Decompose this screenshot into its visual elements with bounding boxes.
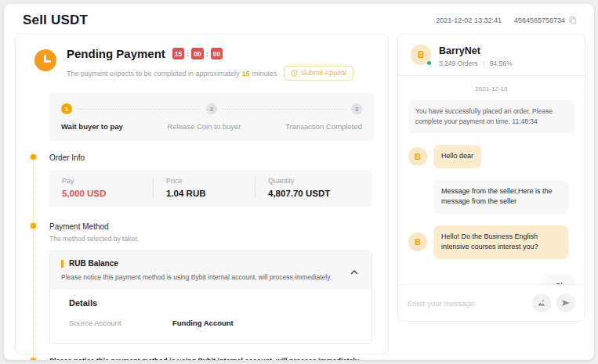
chat-header: B BarryNet 3,249 Orders 94.56% bbox=[398, 34, 585, 76]
peer-avatar-small: B bbox=[408, 232, 427, 251]
chat-input-bar bbox=[398, 284, 585, 321]
order-info-title: Order Info bbox=[49, 153, 372, 162]
timer-minutes: 00 bbox=[191, 48, 203, 59]
pay-value: 5,000 USD bbox=[62, 189, 153, 198]
method-card: RUB Balance Please notice this payment m… bbox=[49, 250, 372, 344]
system-message: You have successfully placed an order. P… bbox=[408, 100, 574, 133]
top-bar: Sell USDT 2021-12-02 13:32:41 4564565756… bbox=[4, 4, 594, 33]
minutes-highlight: 15 bbox=[242, 70, 250, 77]
pending-payment-title: Pending Payment bbox=[67, 47, 165, 60]
peer-orders: 3,249 Orders bbox=[439, 59, 478, 67]
order-timestamp: 2021-12-02 13:32:41 bbox=[436, 16, 502, 24]
order-page: Sell USDT 2021-12-02 13:32:41 4564565756… bbox=[4, 4, 594, 360]
details-title: Details bbox=[69, 298, 353, 308]
footer-note: Please notice this payment method is usi… bbox=[49, 357, 372, 360]
chat-message-row: B Hello dear bbox=[408, 145, 574, 168]
price-value: 1.04 RUB bbox=[166, 189, 255, 198]
send-icon bbox=[561, 298, 571, 308]
submit-appeal-button[interactable]: Submit Appeal bbox=[284, 66, 353, 81]
order-meta: 2021-12-02 13:32:41 4564565756734 bbox=[436, 16, 577, 24]
payment-method-section: Payment Method The method selected by ta… bbox=[49, 222, 372, 344]
seller-note-message: Message from the seller,Here is the mess… bbox=[433, 180, 568, 214]
timeline-dot bbox=[31, 358, 36, 360]
footer-note-section: Please notice this payment method is usi… bbox=[49, 357, 372, 360]
peer-stats: 3,249 Orders 94.56% bbox=[439, 59, 512, 67]
order-detail-card: Pending Payment 15 : 00 : 00 The payment… bbox=[15, 34, 389, 355]
step-connector bbox=[223, 109, 346, 110]
timeline-line bbox=[33, 163, 34, 360]
peer-message: Hello! Do the Business English intensive… bbox=[433, 225, 568, 259]
order-info-section: Order Info Pay 5,000 USD Price 1.04 RUB … bbox=[49, 153, 372, 207]
quantity-value: 4,807.70 USDT bbox=[268, 189, 372, 198]
payment-method-subtitle: The method selected by taker. bbox=[49, 235, 372, 243]
appeal-clock-icon bbox=[291, 70, 298, 77]
order-number: 4564565756734 bbox=[514, 16, 565, 24]
order-timeline: Order Info Pay 5,000 USD Price 1.04 RUB … bbox=[31, 153, 372, 360]
pending-payment-header: Pending Payment 15 : 00 : 00 The payment… bbox=[31, 47, 372, 81]
copy-icon[interactable] bbox=[569, 16, 577, 24]
peer-name: BarryNet bbox=[439, 45, 512, 56]
peer-avatar: B bbox=[411, 45, 431, 65]
order-info-panel: Pay 5,000 USD Price 1.04 RUB Quantity 4,… bbox=[49, 170, 372, 207]
payment-method-title: Payment Method bbox=[49, 222, 372, 231]
self-message: Ok bbox=[545, 275, 574, 284]
self-message-row: Ok bbox=[408, 275, 574, 284]
chat-panel: B BarryNet 3,249 Orders 94.56% 2021-12-1… bbox=[397, 34, 585, 322]
step-3-label: Transaction Completed bbox=[285, 122, 362, 131]
stats-divider bbox=[484, 60, 484, 67]
method-card-header[interactable]: RUB Balance Please notice this payment m… bbox=[50, 251, 371, 290]
step-2-circle: 2 bbox=[206, 103, 217, 114]
peer-message: Hello dear bbox=[433, 145, 481, 168]
source-account-label: Source Account bbox=[69, 319, 172, 327]
peer-rate: 94.56% bbox=[490, 59, 513, 67]
step-1-label: Wait buyer to pay bbox=[61, 122, 123, 131]
pending-subtitle: The payment expects to be completed in a… bbox=[67, 66, 353, 81]
attach-image-button[interactable] bbox=[532, 294, 551, 312]
timer-hours: 15 bbox=[172, 48, 184, 59]
online-status-dot bbox=[426, 60, 432, 66]
step-connector bbox=[78, 109, 201, 110]
countdown-timer: 15 : 00 : 00 bbox=[172, 48, 223, 59]
peer-avatar-small: B bbox=[408, 147, 427, 166]
source-account-value: Funding Account bbox=[172, 319, 234, 327]
chat-message-row: B Hello! Do the Business English intensi… bbox=[408, 225, 574, 259]
timer-seconds: 00 bbox=[211, 48, 223, 59]
method-name: RUB Balance bbox=[69, 259, 118, 268]
send-message-button[interactable] bbox=[556, 294, 575, 312]
chat-messages: 2021-12-10 You have successfully placed … bbox=[398, 76, 585, 284]
method-details: Details Source Account Funding Account bbox=[50, 290, 371, 343]
pay-label: Pay bbox=[62, 177, 153, 185]
method-accent-bar bbox=[61, 260, 63, 268]
timeline-dot bbox=[31, 154, 36, 160]
step-3-circle: 3 bbox=[351, 103, 362, 114]
image-icon bbox=[537, 298, 546, 308]
method-note: Please notice this payment method is usi… bbox=[61, 273, 361, 281]
seller-note-row: Message from the seller,Here is the mess… bbox=[433, 180, 574, 214]
chevron-up-icon[interactable] bbox=[350, 264, 358, 278]
pending-clock-icon bbox=[34, 49, 56, 71]
step-2-label: Release Coin to buyer bbox=[167, 122, 241, 131]
message-input[interactable] bbox=[408, 299, 527, 308]
progress-stepper: 1 2 3 Wait buyer to pay Release Coin to … bbox=[49, 93, 374, 141]
timeline-dot bbox=[31, 223, 36, 229]
quantity-label: Quantity bbox=[268, 177, 372, 185]
chat-date: 2021-12-10 bbox=[408, 85, 574, 92]
price-label: Price bbox=[166, 177, 255, 185]
page-title: Sell USDT bbox=[23, 13, 88, 28]
step-1-circle: 1 bbox=[61, 103, 72, 114]
